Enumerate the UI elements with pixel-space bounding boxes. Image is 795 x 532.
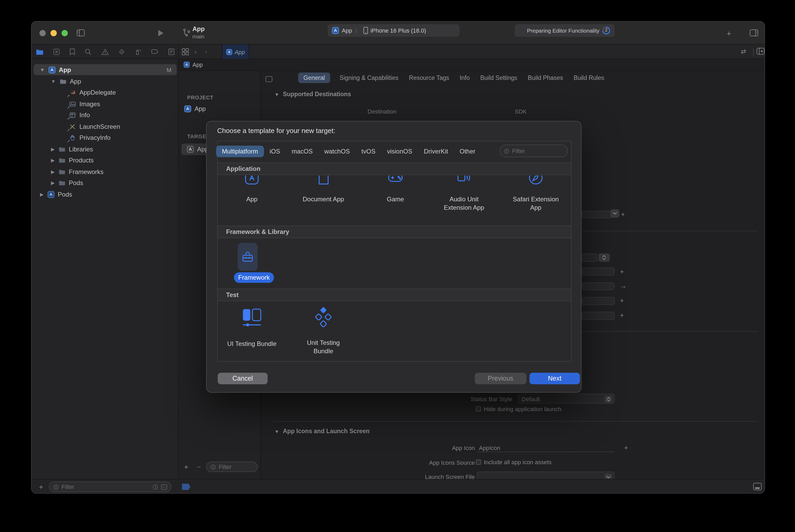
cancel-button[interactable]: Cancel [218,373,268,384]
back-navigation-icon[interactable]: ‹ [194,48,197,56]
template-game[interactable]: Game [366,176,424,204]
disclosure-chevron-icon[interactable]: ▼ [40,67,45,73]
status-bar-style-dropdown[interactable]: Default [518,394,614,404]
tree-row-products[interactable]: ▶ Products [32,155,179,166]
add-button[interactable]: + [620,268,624,275]
project-navigator-icon[interactable] [36,48,44,55]
activity-status[interactable]: Preparing Editor Functionality 2 [515,24,614,37]
template-unit-testing-bundle[interactable]: Unit Testing Bundle [300,302,347,355]
add-target-button[interactable]: + [184,462,188,471]
status-bar-style-value: Default [522,396,540,402]
add-file-button[interactable]: + [39,482,43,491]
template-filter-field[interactable]: Filter [499,145,568,157]
minimize-window-button[interactable] [51,30,57,36]
tree-row-info[interactable]: ↗ Info [32,110,179,120]
pane-filter-field[interactable]: Filter [206,461,258,472]
source-control-filter-icon[interactable] [161,484,167,490]
disclosure-chevron-icon[interactable]: ▶ [51,180,55,186]
find-navigator-icon[interactable] [85,48,92,55]
add-button[interactable]: + [620,312,624,319]
template-framework-tile[interactable] [238,243,258,271]
platform-tab-watchos[interactable]: watchOS [324,148,349,155]
section-chevron-icon[interactable]: ▼ [275,429,279,434]
tree-row-appdelegate[interactable]: ↗ AppDelegate [32,87,179,98]
tree-row-project-app[interactable]: ▼ App M [32,65,179,75]
platform-tab-other[interactable]: Other [459,148,475,155]
platform-tab-multiplatform[interactable]: Multiplatform [216,146,264,157]
tree-row-pods-project[interactable]: ▶ Pods [32,189,179,200]
zoom-window-button[interactable] [61,30,68,36]
hide-launch-checkbox[interactable] [476,406,481,412]
forward-navigation-icon[interactable]: › [205,48,207,56]
tree-row-libraries[interactable]: ▶ Libraries [32,144,179,154]
source-control-icon[interactable] [53,48,60,55]
tree-row-images[interactable]: ↗ Images [32,99,179,109]
recent-files-icon[interactable] [152,484,158,490]
swap-editor-icon[interactable]: ⇄ [741,48,746,55]
toolbar-branch-name[interactable]: main [192,33,205,39]
tab-build-rules[interactable]: Build Rules [573,73,605,83]
device-activity-icon[interactable] [753,482,762,491]
platform-tab-ios[interactable]: iOS [269,148,280,155]
tree-row-launchscreen[interactable]: ↗ LaunchScreen [32,121,179,132]
template-document-app[interactable]: Document App [295,176,352,204]
template-app[interactable]: App [223,176,281,204]
toolbar-project-name[interactable]: App [192,25,205,33]
tests-navigator-icon[interactable] [118,48,125,55]
bookmarks-navigator-icon[interactable] [70,48,75,55]
toggle-inspector-icon[interactable] [750,30,758,36]
reports-navigator-icon[interactable] [168,48,174,55]
tree-row-frameworks[interactable]: ▶ Frameworks [32,166,179,177]
add-toolbar-icon[interactable]: + [727,29,731,38]
template-safari-extension-app[interactable]: Safari Extension App [510,176,562,212]
tab-general[interactable]: General [298,73,330,83]
breakpoints-navigator-icon[interactable] [151,49,159,55]
tab-build-settings[interactable]: Build Settings [479,73,518,83]
add-destination-button[interactable]: + [621,211,625,217]
tab-overview-icon[interactable] [182,49,189,55]
add-button[interactable]: + [620,297,624,304]
tree-row-privacyinfo[interactable]: ↗ PrivacyInfo [32,132,179,143]
platform-tab-tvos[interactable]: tvOS [361,148,375,155]
remove-target-button[interactable]: − [197,462,201,471]
platform-tab-visionos[interactable]: visionOS [387,148,412,155]
disclosure-chevron-icon[interactable]: ▶ [51,158,55,163]
dropdown-chevron-button[interactable] [610,209,619,217]
template-ui-testing-bundle[interactable]: UI Testing Bundle [223,302,281,348]
project-row[interactable]: App [184,103,258,114]
platform-tab-driverkit[interactable]: DriverKit [424,148,448,155]
include-assets-checkbox[interactable] [476,459,481,465]
template-audio-unit-extension-app[interactable]: Audio Unit Extension App [439,176,489,212]
tab-info[interactable]: Info [459,73,471,83]
disclosure-chevron-icon[interactable]: ▶ [51,147,55,152]
tab-app[interactable]: App [222,45,249,59]
flag-status-icon[interactable] [182,483,191,491]
next-button[interactable]: Next [529,373,580,384]
stepper-button[interactable] [598,253,610,262]
hide-pane-icon[interactable] [266,76,272,82]
platform-tab-macos[interactable]: macOS [291,148,313,155]
app-icon-field[interactable]: AppIcon [477,443,614,452]
breadcrumb-label[interactable]: App [192,61,203,68]
debug-navigator-icon[interactable] [135,48,142,55]
navigator-filter-field[interactable]: Filter [49,481,171,492]
run-button[interactable] [158,30,164,37]
tab-signing-capabilities[interactable]: Signing & Capabilities [339,73,400,83]
add-app-icon-button[interactable]: + [624,444,628,451]
previous-button[interactable]: Previous [475,373,526,384]
section-chevron-icon[interactable]: ▼ [275,92,279,97]
disclosure-chevron-icon[interactable]: ▶ [40,192,44,197]
tree-row-pods-folder[interactable]: ▶ Pods [32,178,179,188]
tab-resource-tags[interactable]: Resource Tags [408,73,450,83]
disclosure-chevron-icon[interactable]: ▼ [51,79,56,84]
arrow-button[interactable]: → [620,282,627,289]
close-window-button[interactable] [39,30,46,36]
template-framework-label[interactable]: Framework [234,272,274,283]
add-editor-icon[interactable] [757,48,764,55]
issues-navigator-icon[interactable] [101,48,109,55]
disclosure-chevron-icon[interactable]: ▶ [51,169,55,174]
tree-row-folder-app[interactable]: ▼ App [32,76,179,87]
toggle-navigator-icon[interactable] [77,30,84,36]
tab-build-phases[interactable]: Build Phases [527,73,564,83]
scheme-selector[interactable]: App 〉 iPhone 16 Plus (18.0) [327,24,459,37]
